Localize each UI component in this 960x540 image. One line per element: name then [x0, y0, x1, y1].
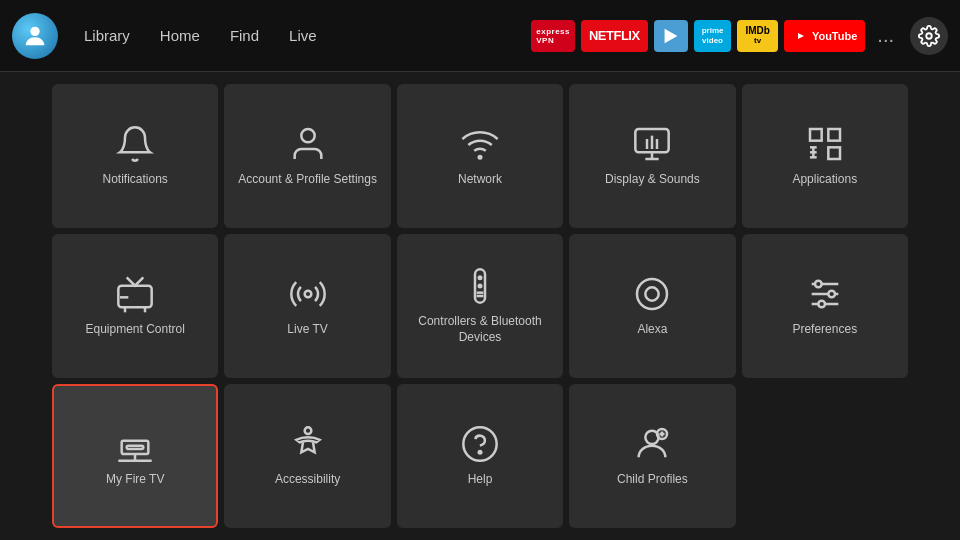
svg-point-21	[304, 291, 311, 298]
tv-icon	[115, 274, 155, 314]
controllers-bluetooth-label: Controllers & Bluetooth Devices	[407, 314, 553, 345]
svg-point-39	[304, 428, 311, 435]
settings-preferences[interactable]: Preferences	[742, 234, 908, 378]
help-label: Help	[468, 472, 493, 488]
settings-grid: Notifications Account & Profile Settings…	[0, 72, 960, 540]
settings-display-sounds[interactable]: Display & Sounds	[569, 84, 735, 228]
svg-point-33	[828, 291, 835, 298]
accessibility-icon	[288, 424, 328, 464]
svg-rect-10	[810, 129, 822, 141]
child-profiles-icon	[632, 424, 672, 464]
alexa-label: Alexa	[637, 322, 667, 338]
svg-point-34	[818, 301, 825, 308]
settings-applications[interactable]: Applications	[742, 84, 908, 228]
display-sounds-label: Display & Sounds	[605, 172, 700, 188]
person-icon	[288, 124, 328, 164]
app-netflix[interactable]: NETFLIX	[581, 20, 648, 52]
live-tv-label: Live TV	[287, 322, 327, 338]
remote-icon	[460, 266, 500, 306]
account-profile-label: Account & Profile Settings	[238, 172, 377, 188]
svg-marker-1	[664, 28, 677, 43]
svg-point-32	[815, 281, 822, 288]
nav-links: Library Home Find Live	[70, 21, 331, 50]
nav-find[interactable]: Find	[216, 21, 273, 50]
alexa-icon	[632, 274, 672, 314]
apps-icon	[805, 124, 845, 164]
network-label: Network	[458, 172, 502, 188]
my-fire-tv-label: My Fire TV	[106, 472, 164, 488]
settings-alexa[interactable]: Alexa	[569, 234, 735, 378]
help-icon	[460, 424, 500, 464]
svg-point-4	[926, 33, 932, 39]
settings-network[interactable]: Network	[397, 84, 563, 228]
svg-rect-11	[828, 129, 840, 141]
svg-rect-12	[828, 148, 840, 160]
nav-home[interactable]: Home	[146, 21, 214, 50]
equipment-control-label: Equipment Control	[86, 322, 185, 338]
svg-point-28	[646, 288, 659, 301]
sliders-icon	[805, 274, 845, 314]
nav-library[interactable]: Library	[70, 21, 144, 50]
child-profiles-label: Child Profiles	[617, 472, 688, 488]
applications-label: Applications	[792, 172, 857, 188]
app-imdb[interactable]: IMDbtv	[737, 20, 777, 52]
svg-point-5	[301, 129, 314, 142]
top-navigation: Library Home Find Live expressVPN NETFLI…	[0, 0, 960, 72]
settings-button[interactable]	[910, 17, 948, 55]
nav-live[interactable]: Live	[275, 21, 331, 50]
settings-accessibility[interactable]: Accessibility	[224, 384, 390, 528]
app-expressvpn[interactable]: expressVPN	[531, 20, 575, 52]
antenna-icon	[288, 274, 328, 314]
settings-controllers-bluetooth[interactable]: Controllers & Bluetooth Devices	[397, 234, 563, 378]
svg-rect-38	[127, 446, 144, 449]
notifications-label: Notifications	[103, 172, 168, 188]
app-primevideo[interactable]: primevideo	[694, 20, 732, 52]
user-avatar[interactable]	[12, 13, 58, 59]
svg-point-27	[637, 279, 667, 309]
empty-cell	[742, 384, 908, 528]
wifi-icon	[460, 124, 500, 164]
settings-account-profile[interactable]: Account & Profile Settings	[224, 84, 390, 228]
settings-notifications[interactable]: Notifications	[52, 84, 218, 228]
settings-child-profiles[interactable]: Child Profiles	[569, 384, 735, 528]
app-youtube[interactable]: YouTube	[784, 20, 865, 52]
firetv-icon	[115, 424, 155, 464]
app-freevee[interactable]	[654, 20, 688, 52]
settings-my-fire-tv[interactable]: My Fire TV	[52, 384, 218, 528]
more-apps-button[interactable]: ...	[871, 20, 900, 51]
nav-app-shortcuts: expressVPN NETFLIX primevideo IMDbtv You…	[531, 17, 948, 55]
settings-live-tv[interactable]: Live TV	[224, 234, 390, 378]
bell-icon	[115, 124, 155, 164]
accessibility-label: Accessibility	[275, 472, 340, 488]
settings-equipment-control[interactable]: Equipment Control	[52, 234, 218, 378]
display-icon	[632, 124, 672, 164]
settings-help[interactable]: Help	[397, 384, 563, 528]
svg-point-40	[463, 428, 496, 461]
svg-point-0	[30, 26, 39, 35]
preferences-label: Preferences	[792, 322, 857, 338]
